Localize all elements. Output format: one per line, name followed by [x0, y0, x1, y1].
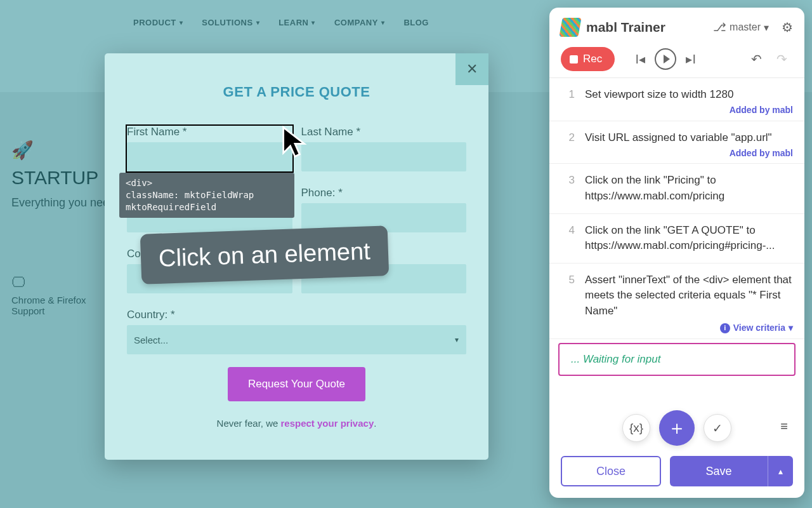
step-item[interactable]: 5 Assert "innerText" of the <div> elemen…: [549, 264, 804, 339]
phone-label: Phone: *: [301, 187, 467, 199]
step-item[interactable]: 4 Click on the link "GET A QUOTE" to htt…: [549, 214, 804, 264]
country-field[interactable]: Country: * Select... ▾: [127, 309, 466, 354]
step-tag[interactable]: Added by mabl: [730, 147, 793, 159]
close-icon[interactable]: ✕: [455, 53, 488, 85]
play-button[interactable]: [654, 48, 677, 70]
trainer-panel: mabl Trainer ⎇ master ▾ ⚙ Rec I◂ ▸I ↶ ↷ …: [549, 8, 804, 498]
first-name-input[interactable]: [127, 142, 292, 171]
view-criteria-link[interactable]: iView criteria▾: [720, 321, 793, 334]
mabl-logo-icon: [561, 18, 580, 37]
hint-bubble: Click on an element: [140, 225, 389, 284]
first-name-field[interactable]: First Name *: [127, 126, 292, 171]
branch-icon: ⎇: [713, 20, 726, 34]
info-icon: i: [720, 323, 730, 333]
country-select[interactable]: Select...: [127, 325, 466, 354]
caret-down-icon: ▾: [789, 321, 793, 334]
step-item[interactable]: 2 Visit URL assigned to variable "app.ur…: [549, 121, 804, 164]
add-step-button[interactable]: ＋: [659, 410, 695, 446]
record-button[interactable]: Rec: [561, 47, 615, 71]
step-list: 1 Set viewport size to width 1280 Added …: [549, 77, 804, 417]
step-item[interactable]: 1 Set viewport size to width 1280 Added …: [549, 78, 804, 121]
branch-selector[interactable]: ⎇ master ▾: [713, 20, 769, 34]
modal-title: GET A PRICE QUOTE: [105, 84, 488, 100]
stop-icon: [570, 55, 578, 64]
country-label: Country: *: [127, 309, 466, 321]
assert-button[interactable]: ✓: [704, 414, 731, 442]
caret-down-icon: ▾: [764, 22, 769, 34]
last-name-label: Last Name *: [301, 126, 467, 138]
first-name-label: First Name *: [127, 126, 292, 138]
skip-back-icon[interactable]: I◂: [629, 48, 652, 70]
waiting-input-row[interactable]: ... Waiting for input: [558, 343, 796, 376]
skip-forward-icon[interactable]: ▸I: [679, 48, 702, 70]
trainer-toolbar: Rec I◂ ▸I ↶ ↷: [549, 41, 804, 77]
element-inspector-tooltip: <div> className: mktoFieldWrap mktoRequi…: [119, 173, 294, 218]
save-dropdown-button[interactable]: ▴: [768, 456, 793, 486]
redo-icon[interactable]: ↷: [770, 48, 793, 70]
variables-button[interactable]: {x}: [622, 414, 650, 442]
last-name-input[interactable]: [301, 142, 467, 171]
undo-icon[interactable]: ↶: [745, 48, 768, 70]
request-quote-button[interactable]: Request Your Quote: [228, 367, 365, 401]
gear-icon[interactable]: ⚙: [782, 20, 793, 35]
step-item[interactable]: 3 Click on the link "Pricing" to https:/…: [549, 164, 804, 213]
cursor-icon: [281, 125, 309, 163]
step-tag[interactable]: Added by mabl: [730, 104, 793, 116]
last-name-field[interactable]: Last Name *: [301, 126, 467, 171]
privacy-link[interactable]: respect your privacy: [280, 418, 374, 429]
save-button[interactable]: Save: [670, 456, 768, 486]
trainer-title: mabl Trainer: [586, 20, 665, 35]
phone-field[interactable]: Phone: *: [301, 187, 467, 232]
close-button[interactable]: Close: [561, 456, 661, 486]
privacy-text: Never fear, we respect your privacy.: [127, 418, 466, 429]
